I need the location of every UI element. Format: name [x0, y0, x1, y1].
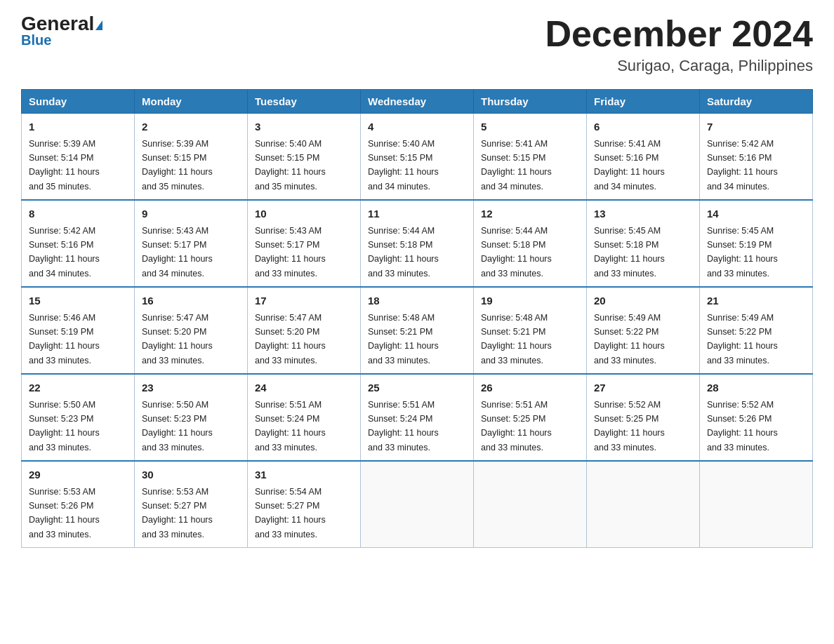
day-info: Sunrise: 5:50 AMSunset: 5:23 PMDaylight:… [29, 400, 100, 452]
table-row: 24 Sunrise: 5:51 AMSunset: 5:24 PMDaylig… [248, 374, 361, 461]
col-wednesday: Wednesday [361, 90, 474, 114]
day-number: 29 [29, 467, 127, 483]
col-friday: Friday [587, 90, 700, 114]
title-block: December 2024 Surigao, Caraga, Philippin… [545, 14, 813, 75]
day-info: Sunrise: 5:46 AMSunset: 5:19 PMDaylight:… [29, 313, 100, 365]
day-number: 12 [481, 206, 579, 222]
day-number: 20 [594, 293, 692, 309]
month-title: December 2024 [545, 14, 813, 54]
day-number: 27 [594, 380, 692, 396]
day-number: 31 [255, 467, 353, 483]
day-number: 6 [594, 119, 692, 135]
day-info: Sunrise: 5:41 AMSunset: 5:16 PMDaylight:… [594, 139, 665, 192]
table-row: 7 Sunrise: 5:42 AMSunset: 5:16 PMDayligh… [700, 114, 813, 201]
day-info: Sunrise: 5:40 AMSunset: 5:15 PMDaylight:… [368, 139, 439, 192]
day-info: Sunrise: 5:47 AMSunset: 5:20 PMDaylight:… [142, 313, 213, 365]
table-row: 26 Sunrise: 5:51 AMSunset: 5:25 PMDaylig… [474, 374, 587, 461]
day-info: Sunrise: 5:41 AMSunset: 5:15 PMDaylight:… [481, 139, 552, 192]
day-number: 10 [255, 206, 353, 222]
day-info: Sunrise: 5:42 AMSunset: 5:16 PMDaylight:… [29, 226, 100, 279]
col-tuesday: Tuesday [248, 90, 361, 114]
day-info: Sunrise: 5:48 AMSunset: 5:21 PMDaylight:… [481, 313, 552, 365]
day-number: 21 [707, 293, 805, 309]
day-number: 18 [368, 293, 466, 309]
table-row [474, 461, 587, 548]
day-info: Sunrise: 5:51 AMSunset: 5:24 PMDaylight:… [368, 400, 439, 452]
day-number: 19 [481, 293, 579, 309]
day-info: Sunrise: 5:42 AMSunset: 5:16 PMDaylight:… [707, 139, 778, 192]
day-number: 26 [481, 380, 579, 396]
day-info: Sunrise: 5:43 AMSunset: 5:17 PMDaylight:… [142, 226, 213, 279]
calendar-week-row: 1 Sunrise: 5:39 AMSunset: 5:14 PMDayligh… [22, 114, 813, 201]
table-row: 18 Sunrise: 5:48 AMSunset: 5:21 PMDaylig… [361, 287, 474, 374]
table-row: 3 Sunrise: 5:40 AMSunset: 5:15 PMDayligh… [248, 114, 361, 201]
table-row: 16 Sunrise: 5:47 AMSunset: 5:20 PMDaylig… [135, 287, 248, 374]
table-row: 30 Sunrise: 5:53 AMSunset: 5:27 PMDaylig… [135, 461, 248, 548]
day-info: Sunrise: 5:53 AMSunset: 5:26 PMDaylight:… [29, 487, 100, 539]
col-saturday: Saturday [700, 90, 813, 114]
day-info: Sunrise: 5:51 AMSunset: 5:25 PMDaylight:… [481, 400, 552, 452]
day-number: 9 [142, 206, 240, 222]
day-number: 22 [29, 380, 127, 396]
day-number: 14 [707, 206, 805, 222]
day-number: 30 [142, 467, 240, 483]
day-number: 3 [255, 119, 353, 135]
col-thursday: Thursday [474, 90, 587, 114]
logo-triangle-icon [95, 20, 102, 30]
day-number: 1 [29, 119, 127, 135]
day-number: 11 [368, 206, 466, 222]
day-number: 17 [255, 293, 353, 309]
table-row: 29 Sunrise: 5:53 AMSunset: 5:26 PMDaylig… [22, 461, 135, 548]
table-row: 27 Sunrise: 5:52 AMSunset: 5:25 PMDaylig… [587, 374, 700, 461]
day-info: Sunrise: 5:52 AMSunset: 5:25 PMDaylight:… [594, 400, 665, 452]
day-number: 13 [594, 206, 692, 222]
day-number: 23 [142, 380, 240, 396]
table-row: 25 Sunrise: 5:51 AMSunset: 5:24 PMDaylig… [361, 374, 474, 461]
table-row: 21 Sunrise: 5:49 AMSunset: 5:22 PMDaylig… [700, 287, 813, 374]
table-row: 12 Sunrise: 5:44 AMSunset: 5:18 PMDaylig… [474, 200, 587, 287]
table-row: 9 Sunrise: 5:43 AMSunset: 5:17 PMDayligh… [135, 200, 248, 287]
table-row: 31 Sunrise: 5:54 AMSunset: 5:27 PMDaylig… [248, 461, 361, 548]
page-header: General Blue December 2024 Surigao, Cara… [21, 14, 813, 75]
day-info: Sunrise: 5:45 AMSunset: 5:19 PMDaylight:… [707, 226, 778, 279]
day-number: 16 [142, 293, 240, 309]
day-number: 7 [707, 119, 805, 135]
day-info: Sunrise: 5:39 AMSunset: 5:14 PMDaylight:… [29, 139, 100, 192]
day-info: Sunrise: 5:52 AMSunset: 5:26 PMDaylight:… [707, 400, 778, 452]
calendar-week-row: 22 Sunrise: 5:50 AMSunset: 5:23 PMDaylig… [22, 374, 813, 461]
table-row: 5 Sunrise: 5:41 AMSunset: 5:15 PMDayligh… [474, 114, 587, 201]
calendar-week-row: 8 Sunrise: 5:42 AMSunset: 5:16 PMDayligh… [22, 200, 813, 287]
table-row [700, 461, 813, 548]
table-row: 22 Sunrise: 5:50 AMSunset: 5:23 PMDaylig… [22, 374, 135, 461]
calendar-table: Sunday Monday Tuesday Wednesday Thursday… [21, 89, 813, 548]
calendar-week-row: 15 Sunrise: 5:46 AMSunset: 5:19 PMDaylig… [22, 287, 813, 374]
day-info: Sunrise: 5:51 AMSunset: 5:24 PMDaylight:… [255, 400, 326, 452]
table-row: 10 Sunrise: 5:43 AMSunset: 5:17 PMDaylig… [248, 200, 361, 287]
table-row: 17 Sunrise: 5:47 AMSunset: 5:20 PMDaylig… [248, 287, 361, 374]
table-row: 19 Sunrise: 5:48 AMSunset: 5:21 PMDaylig… [474, 287, 587, 374]
logo: General Blue [21, 14, 102, 48]
day-info: Sunrise: 5:50 AMSunset: 5:23 PMDaylight:… [142, 400, 213, 452]
day-info: Sunrise: 5:40 AMSunset: 5:15 PMDaylight:… [255, 139, 326, 192]
day-number: 2 [142, 119, 240, 135]
day-number: 24 [255, 380, 353, 396]
table-row [361, 461, 474, 548]
table-row: 15 Sunrise: 5:46 AMSunset: 5:19 PMDaylig… [22, 287, 135, 374]
table-row: 23 Sunrise: 5:50 AMSunset: 5:23 PMDaylig… [135, 374, 248, 461]
day-info: Sunrise: 5:49 AMSunset: 5:22 PMDaylight:… [707, 313, 778, 365]
day-info: Sunrise: 5:39 AMSunset: 5:15 PMDaylight:… [142, 139, 213, 192]
day-info: Sunrise: 5:49 AMSunset: 5:22 PMDaylight:… [594, 313, 665, 365]
day-number: 25 [368, 380, 466, 396]
day-number: 5 [481, 119, 579, 135]
day-info: Sunrise: 5:47 AMSunset: 5:20 PMDaylight:… [255, 313, 326, 365]
logo-general: General [21, 14, 102, 34]
day-number: 4 [368, 119, 466, 135]
day-info: Sunrise: 5:45 AMSunset: 5:18 PMDaylight:… [594, 226, 665, 279]
calendar-week-row: 29 Sunrise: 5:53 AMSunset: 5:26 PMDaylig… [22, 461, 813, 548]
table-row: 4 Sunrise: 5:40 AMSunset: 5:15 PMDayligh… [361, 114, 474, 201]
logo-blue: Blue [21, 32, 51, 48]
location-title: Surigao, Caraga, Philippines [545, 57, 813, 75]
day-info: Sunrise: 5:43 AMSunset: 5:17 PMDaylight:… [255, 226, 326, 279]
table-row [587, 461, 700, 548]
day-info: Sunrise: 5:44 AMSunset: 5:18 PMDaylight:… [368, 226, 439, 279]
